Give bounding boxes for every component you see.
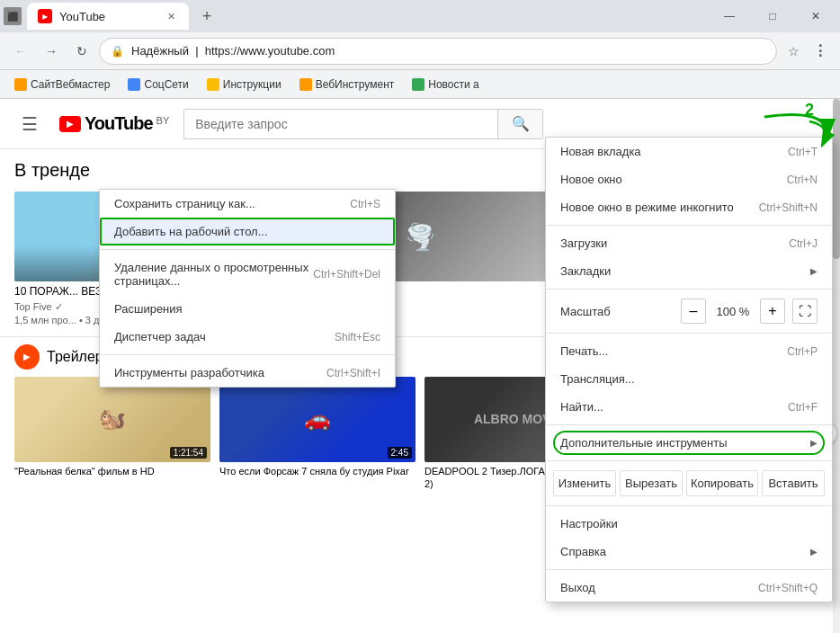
lock-icon: 🔒 xyxy=(111,45,124,58)
cm-incognito[interactable]: Новое окно в режиме инкогнито Ctrl+Shift… xyxy=(546,193,832,221)
refresh-button[interactable]: ↻ xyxy=(68,38,95,65)
tab-close-button[interactable]: ✕ xyxy=(164,9,178,23)
ctx-devtools[interactable]: Инструменты разработчика Ctrl+Shift+I xyxy=(100,359,395,387)
trailer-item-2[interactable]: 🚗 2:45 Что если Форсаж 7 сняла бу студия… xyxy=(219,377,416,491)
cm-incognito-shortcut: Ctrl+Shift+N xyxy=(759,201,818,214)
page-content: ☰ YouTube BY 🔍 В тренде ✈️ xyxy=(0,99,840,633)
cm-sep-6 xyxy=(546,505,832,506)
minimize-button[interactable]: — xyxy=(709,0,750,32)
cm-help[interactable]: Справка xyxy=(546,538,832,566)
cm-cut-button[interactable]: Вырезать xyxy=(620,470,683,496)
ctx-extensions-label: Расширения xyxy=(114,302,183,316)
ctx-task-manager-shortcut: Shift+Esc xyxy=(335,331,380,343)
yt-logo-text: YouTube xyxy=(85,113,153,134)
cm-cast-label: Трансляция... xyxy=(560,372,635,386)
bookmarks-bar: СайтВебмастер СоцСети Инструкции ВебИнст… xyxy=(0,70,840,99)
chrome-menu-button[interactable]: ⋮ xyxy=(808,39,833,64)
bookmark-star-button[interactable]: ☆ xyxy=(781,39,806,64)
yt-logo-icon xyxy=(59,116,81,132)
ctx-clear-history[interactable]: Удаление данных о просмотренных страница… xyxy=(100,254,395,295)
new-tab-button[interactable]: + xyxy=(194,4,219,29)
bookmark-icon xyxy=(128,78,140,91)
yt-search-button[interactable]: 🔍 xyxy=(497,110,542,138)
cm-find-shortcut: Ctrl+F xyxy=(788,401,818,414)
active-tab[interactable]: YouTube ✕ xyxy=(27,3,189,30)
bookmark-icon xyxy=(299,78,312,91)
ctx-add-to-desktop[interactable]: Добавить на рабочий стол... xyxy=(100,218,395,245)
cm-print-label: Печать... xyxy=(560,344,608,358)
maximize-button[interactable]: □ xyxy=(752,0,793,32)
cm-exit-shortcut: Ctrl+Shift+Q xyxy=(758,582,818,594)
bookmark-icon xyxy=(14,78,27,91)
cm-new-window-label: Новое окно xyxy=(560,173,622,186)
nav-bar: ← → ↻ 🔒 Надёжный | https://www.youtube.c… xyxy=(0,32,840,70)
trailer-thumbnail-2: 🚗 2:45 xyxy=(219,377,416,462)
cm-incognito-label: Новое окно в режиме инкогнито xyxy=(560,201,734,214)
cm-edit-button[interactable]: Изменить xyxy=(553,470,616,496)
forward-button[interactable]: → xyxy=(38,38,65,65)
address-bar[interactable]: 🔒 Надёжный | https://www.youtube.com xyxy=(99,38,777,65)
ctx-save-as-shortcut: Ctrl+S xyxy=(350,198,380,210)
duration-badge-1: 1:21:54 xyxy=(170,447,207,459)
cm-new-tab[interactable]: Новая вкладка Ctrl+T xyxy=(546,138,832,165)
scrollbar[interactable] xyxy=(833,99,840,633)
bookmark-item-social[interactable]: СоцСети xyxy=(121,76,195,93)
back-button[interactable]: ← xyxy=(7,38,34,65)
cm-print[interactable]: Печать... Ctrl+P xyxy=(546,337,832,365)
ctx-save-as[interactable]: Сохранить страницу как... Ctrl+S xyxy=(100,190,395,218)
cm-sep-1 xyxy=(546,225,832,226)
yt-search-input[interactable] xyxy=(184,110,497,138)
cm-zoom-label: Масштаб xyxy=(560,305,611,318)
trailer-title-1: "Реальная белка" фильм в HD xyxy=(14,465,210,477)
trailer-item-1[interactable]: 🐿️ 1:21:54 "Реальная белка" фильм в HD xyxy=(14,377,210,491)
cm-zoom-minus[interactable]: – xyxy=(681,299,706,324)
ctx-clear-history-label: Удаление данных о просмотренных страница… xyxy=(114,261,313,288)
cm-cast[interactable]: Трансляция... xyxy=(546,365,832,393)
cm-help-label: Справка xyxy=(560,545,606,558)
bookmark-label: СоцСети xyxy=(144,78,188,91)
ctx-devtools-shortcut: Ctrl+Shift+I xyxy=(326,367,380,379)
cm-downloads-shortcut: Ctrl+J xyxy=(789,237,818,250)
cm-find[interactable]: Найти... Ctrl+F xyxy=(546,393,832,421)
bookmark-item-news[interactable]: Новости а xyxy=(405,76,486,93)
cm-new-tab-shortcut: Ctrl+T xyxy=(788,146,818,158)
cm-settings[interactable]: Настройки xyxy=(546,510,832,538)
trailer-title-2: Что если Форсаж 7 сняла бу студия Pixar xyxy=(219,465,416,477)
title-bar-left: ⬛ YouTube ✕ + xyxy=(4,3,219,30)
cm-bookmarks[interactable]: Закладки xyxy=(546,257,832,285)
ctx-separator-2 xyxy=(100,354,395,355)
cm-more-tools-label: Дополнительные инструменты xyxy=(560,436,728,450)
cm-more-tools[interactable]: Дополнительные инструменты xyxy=(546,429,832,457)
bookmark-item-sitemaster[interactable]: СайтВебмастер xyxy=(7,76,117,93)
cm-exit[interactable]: Выход Ctrl+Shift+Q xyxy=(546,574,832,602)
yt-logo-suffix: BY xyxy=(156,115,170,126)
window-controls: — □ ✕ xyxy=(709,0,836,32)
nav-right: ☆ ⋮ xyxy=(781,39,833,64)
scroll-thumb xyxy=(833,99,840,259)
ctx-save-as-label: Сохранить страницу как... xyxy=(114,197,255,210)
cm-new-window-shortcut: Ctrl+N xyxy=(787,174,818,186)
ctx-extensions[interactable]: Расширения xyxy=(100,295,395,323)
close-button[interactable]: ✕ xyxy=(795,0,836,32)
cm-paste-button[interactable]: Вставить xyxy=(762,470,825,496)
yt-menu-button[interactable]: ☰ xyxy=(14,106,45,142)
cm-edit-row: Изменить Вырезать Копировать Вставить xyxy=(546,465,832,502)
cm-bookmarks-label: Закладки xyxy=(560,264,611,278)
ctx-task-manager[interactable]: Диспетчер задач Shift+Esc xyxy=(100,323,395,351)
bookmark-label: Новости а xyxy=(428,78,478,91)
cm-zoom-fullscreen[interactable]: ⛶ xyxy=(792,299,818,324)
browser-frame: ⬛ YouTube ✕ + — □ ✕ ← → ↻ 🔒 Надёжный | h… xyxy=(0,0,840,633)
bookmark-item-instructions[interactable]: Инструкции xyxy=(200,76,289,93)
cm-sep-7 xyxy=(546,569,832,570)
bookmark-label: Инструкции xyxy=(223,78,281,91)
cm-sep-4 xyxy=(546,424,832,425)
cm-zoom-plus[interactable]: + xyxy=(760,299,785,324)
ctx-clear-history-shortcut: Ctrl+Shift+Del xyxy=(313,268,380,281)
cm-copy-button[interactable]: Копировать xyxy=(686,470,758,496)
cm-exit-label: Выход xyxy=(560,581,595,594)
cm-new-window[interactable]: Новое окно Ctrl+N xyxy=(546,165,832,193)
address-text: Надёжный | https://www.youtube.com xyxy=(131,44,765,58)
cm-downloads[interactable]: Загрузки Ctrl+J xyxy=(546,229,832,257)
cm-zoom-controls: – 100 % + ⛶ xyxy=(681,299,818,324)
bookmark-item-webtool[interactable]: ВебИнструмент xyxy=(292,76,402,93)
